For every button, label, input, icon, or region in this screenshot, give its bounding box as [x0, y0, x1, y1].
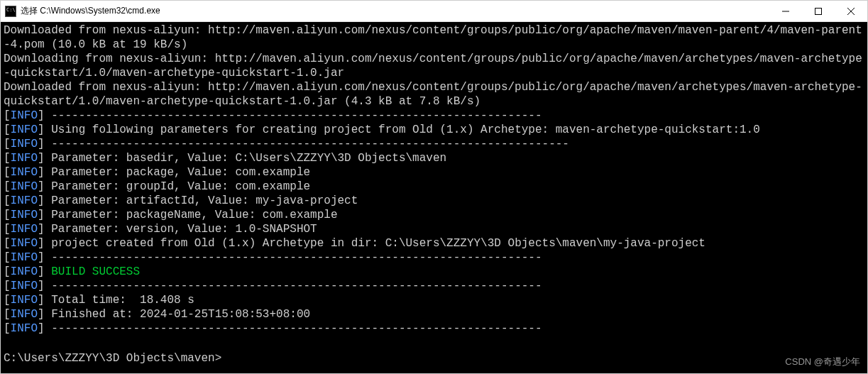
divider: ----------------------------------------…	[51, 251, 542, 264]
info-tag: INFO	[11, 209, 38, 221]
info-tag: INFO	[11, 265, 38, 278]
window-controls	[769, 1, 867, 21]
info-tag: INFO	[11, 180, 38, 193]
cursor	[221, 350, 228, 361]
total-time: Total time: 18.408 s	[51, 294, 194, 307]
info-tag: INFO	[11, 123, 38, 136]
info-tag: INFO	[11, 294, 38, 307]
divider: ----------------------------------------…	[51, 138, 569, 150]
info-tag: INFO	[11, 109, 38, 122]
param-basedir: Parameter: basedir, Value: C:\Users\ZZZY…	[51, 152, 446, 165]
info-tag: INFO	[11, 280, 38, 292]
info-tag: INFO	[11, 194, 38, 207]
param-package: Parameter: package, Value: com.example	[51, 166, 310, 179]
close-icon	[847, 8, 855, 15]
info-tag: INFO	[11, 166, 38, 179]
info-tag: INFO	[11, 237, 38, 250]
cmd-icon	[5, 6, 16, 17]
project-created: project created from Old (1.x) Archetype…	[51, 237, 705, 250]
window-title: 选择 C:\Windows\System32\cmd.exe	[21, 5, 769, 17]
maximize-button[interactable]	[802, 1, 835, 21]
titlebar[interactable]: 选择 C:\Windows\System32\cmd.exe	[1, 1, 867, 22]
info-tag: INFO	[11, 223, 38, 236]
info-tag: INFO	[11, 322, 38, 335]
watermark: CSDN @奇遇少年	[785, 355, 860, 369]
close-button[interactable]	[835, 1, 867, 21]
terminal-output[interactable]: Downloaded from nexus-aliyun: http://mav…	[1, 22, 867, 373]
build-success: BUILD SUCCESS	[51, 265, 140, 278]
output-line: Downloaded from nexus-aliyun: http://mav…	[4, 24, 862, 51]
maximize-icon	[815, 8, 822, 15]
cmd-window: 选择 C:\Windows\System32\cmd.exe Downloade…	[0, 0, 868, 374]
info-tag: INFO	[11, 251, 38, 264]
param-groupid: Parameter: groupId, Value: com.example	[51, 180, 310, 193]
finished-at: Finished at: 2024-01-25T15:08:53+08:00	[51, 308, 310, 321]
param-artifactid: Parameter: artifactId, Value: my-java-pr…	[51, 194, 358, 207]
output-line: Downloading from nexus-aliyun: http://ma…	[4, 53, 862, 79]
output-line: Downloaded from nexus-aliyun: http://mav…	[4, 81, 862, 108]
svg-rect-1	[815, 8, 822, 14]
param-packagename: Parameter: packageName, Value: com.examp…	[51, 209, 337, 221]
minimize-icon	[782, 8, 789, 15]
info-tag: INFO	[11, 138, 38, 150]
param-version: Parameter: version, Value: 1.0-SNAPSHOT	[51, 223, 317, 236]
info-tag: INFO	[11, 308, 38, 321]
divider: ----------------------------------------…	[51, 109, 542, 122]
info-tag: INFO	[11, 152, 38, 165]
divider: ----------------------------------------…	[51, 322, 542, 335]
divider: ----------------------------------------…	[51, 280, 542, 292]
param-header: Using following parameters for creating …	[51, 123, 760, 136]
prompt: C:\Users\ZZZYY\3D Objects\maven>	[4, 352, 221, 365]
minimize-button[interactable]	[769, 1, 802, 21]
